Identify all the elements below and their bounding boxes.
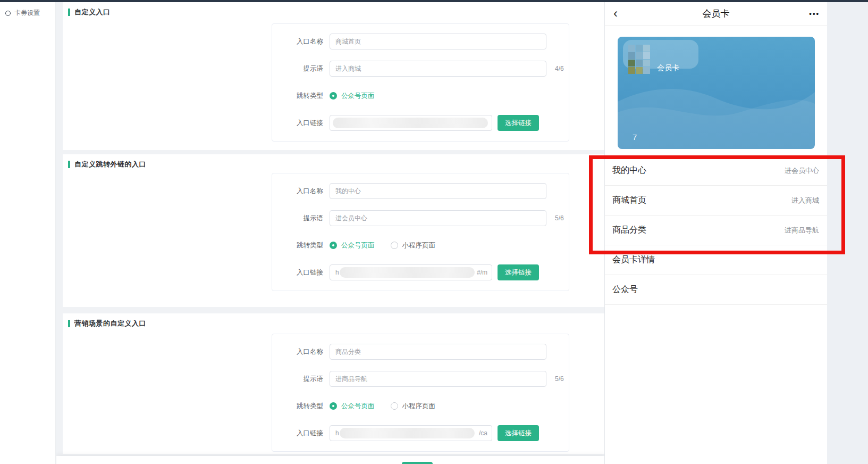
section-title: 自定义跳转外链的入口 (63, 154, 604, 169)
entry-name-input[interactable]: 商城首页 (330, 34, 546, 49)
entry-link-label: 入口链接 (272, 429, 323, 438)
tip-input[interactable]: 进会员中心 (330, 210, 546, 226)
card-number: 7 (633, 132, 637, 142)
redacted-link-blur (340, 267, 475, 278)
radio-selected-icon (330, 402, 337, 410)
tip-label: 提示语 (272, 214, 323, 223)
entry-name-label: 入口名称 (272, 347, 323, 357)
jump-type-row: 跳转类型 公众号页面 小程序页面 (272, 398, 569, 414)
entry-name-label: 入口名称 (272, 187, 323, 196)
list-item-hint: 进会员中心 (785, 166, 819, 176)
list-item-product-category[interactable]: 商品分类 进商品导航 (605, 216, 827, 245)
phone-preview-panel: ‹ 会员卡 ••• 会员卡 7 我的中心 进会员中心 商城首页 进入商城 商品分… (604, 2, 827, 464)
jump-type-label: 跳转类型 (272, 241, 323, 250)
radio-label: 公众号页面 (341, 92, 375, 101)
redacted-link-blur (340, 428, 475, 438)
jump-type-radio-group: 公众号页面 (330, 92, 375, 101)
main-content: 自定义入口 入口名称 商城首页 提示语 进入商城 4/6 跳转类型 (56, 2, 604, 464)
entry-name-input[interactable]: 我的中心 (330, 183, 546, 199)
list-item-label: 商品分类 (612, 225, 646, 236)
footer-bar (56, 456, 604, 464)
title-accent-bar (68, 9, 70, 16)
entry-link-input[interactable]: h #/m (330, 264, 492, 280)
radio-selected-icon (330, 242, 337, 249)
tip-label: 提示语 (272, 375, 323, 384)
jump-type-row: 跳转类型 公众号页面 小程序页面 (272, 237, 569, 253)
section-title-text: 营销场景的自定义入口 (74, 319, 146, 328)
entry-link-label: 入口链接 (272, 119, 323, 128)
tip-value: 进会员中心 (335, 214, 367, 223)
section-title-text: 自定义跳转外链的入口 (74, 160, 146, 169)
list-item-label: 会员卡详情 (612, 254, 655, 266)
list-item-hint: 进入商城 (791, 196, 819, 205)
link-prefix: h (335, 269, 339, 276)
tip-input[interactable]: 进商品导航 (330, 371, 546, 387)
entry-name-row: 入口名称 商城首页 (272, 34, 569, 49)
list-item-label: 商城首页 (612, 195, 646, 206)
section-custom-entry: 自定义入口 入口名称 商城首页 提示语 进入商城 4/6 跳转类型 (63, 2, 604, 150)
section-title: 自定义入口 (63, 2, 604, 17)
entry-link-label: 入口链接 (272, 268, 323, 277)
jump-type-radio-group: 公众号页面 小程序页面 (330, 402, 435, 411)
entry-link-input[interactable] (330, 115, 492, 131)
form-card: 入口名称 商城首页 提示语 进入商城 4/6 跳转类型 公众号页面 (272, 23, 569, 142)
radio-miniprogram-page[interactable]: 小程序页面 (391, 402, 436, 411)
radio-official-account-page[interactable]: 公众号页面 (330, 402, 375, 411)
entry-link-row: 入口链接 h #/m 选择链接 (272, 264, 569, 280)
section-title-text: 自定义入口 (74, 7, 111, 17)
entry-name-value: 商品分类 (335, 347, 361, 357)
choose-link-button[interactable]: 选择链接 (498, 425, 539, 441)
entry-name-value: 我的中心 (335, 187, 361, 196)
entry-name-row: 入口名称 我的中心 (272, 183, 569, 199)
phone-page-title: 会员卡 (703, 7, 730, 20)
char-counter: 5/6 (555, 214, 564, 222)
radio-official-account-page[interactable]: 公众号页面 (330, 241, 375, 250)
char-counter: 5/6 (555, 375, 564, 383)
jump-type-radio-group: 公众号页面 小程序页面 (330, 241, 435, 250)
list-item-label: 公众号 (612, 284, 638, 295)
save-button[interactable] (402, 462, 433, 464)
title-accent-bar (68, 320, 70, 327)
radio-selected-icon (330, 92, 337, 100)
sidebar: 卡券设置 (0, 2, 56, 464)
radio-unselected-icon (391, 402, 398, 410)
entry-name-label: 入口名称 (272, 37, 323, 46)
link-suffix: /ca (479, 429, 487, 437)
jump-type-label: 跳转类型 (272, 92, 323, 101)
card-wave-decoration (618, 37, 815, 149)
top-accent-bar (0, 0, 868, 2)
radio-miniprogram-page[interactable]: 小程序页面 (391, 241, 436, 250)
more-icon[interactable]: ••• (809, 10, 820, 18)
phone-header: ‹ 会员卡 ••• (605, 2, 827, 26)
choose-link-button[interactable]: 选择链接 (498, 115, 539, 131)
link-prefix: h (335, 429, 339, 437)
tip-row: 提示语 进会员中心 5/6 (272, 210, 569, 226)
sidebar-item-label: 卡券设置 (14, 9, 40, 18)
redacted-link-blur (333, 118, 488, 128)
list-item-official-account[interactable]: 公众号 (605, 275, 827, 305)
tip-value: 进商品导航 (335, 375, 367, 384)
list-item-hint: 进商品导航 (785, 226, 819, 235)
entry-name-row: 入口名称 商品分类 (272, 344, 569, 360)
entry-link-input[interactable]: h /ca (330, 425, 492, 441)
form-card: 入口名称 我的中心 提示语 进会员中心 5/6 跳转类型 公众号页面 (272, 173, 569, 291)
entry-link-row: 入口链接 h /ca 选择链接 (272, 425, 569, 441)
sidebar-item-card-settings[interactable]: 卡券设置 (0, 2, 55, 18)
list-item-mall-home[interactable]: 商城首页 进入商城 (605, 186, 827, 216)
radio-label: 公众号页面 (341, 241, 375, 250)
back-icon[interactable]: ‹ (613, 4, 618, 22)
link-suffix: #/m (477, 269, 487, 276)
entry-name-value: 商城首页 (335, 37, 361, 46)
tip-input[interactable]: 进入商城 (330, 61, 546, 77)
choose-link-button[interactable]: 选择链接 (498, 264, 539, 280)
jump-type-row: 跳转类型 公众号页面 (272, 88, 569, 104)
radio-label: 小程序页面 (402, 241, 436, 250)
tip-row: 提示语 进入商城 4/6 (272, 61, 569, 77)
list-item-my-center[interactable]: 我的中心 进会员中心 (605, 156, 827, 186)
list-item-label: 我的中心 (612, 165, 646, 176)
section-external-link-entry: 自定义跳转外链的入口 入口名称 我的中心 提示语 进会员中心 5/6 跳转类型 (63, 154, 604, 307)
list-item-card-detail[interactable]: 会员卡详情 (605, 245, 827, 275)
radio-official-account-page[interactable]: 公众号页面 (330, 92, 375, 101)
phone-entry-list: 我的中心 进会员中心 商城首页 进入商城 商品分类 进商品导航 会员卡详情 公众… (605, 156, 827, 305)
entry-name-input[interactable]: 商品分类 (330, 344, 546, 360)
